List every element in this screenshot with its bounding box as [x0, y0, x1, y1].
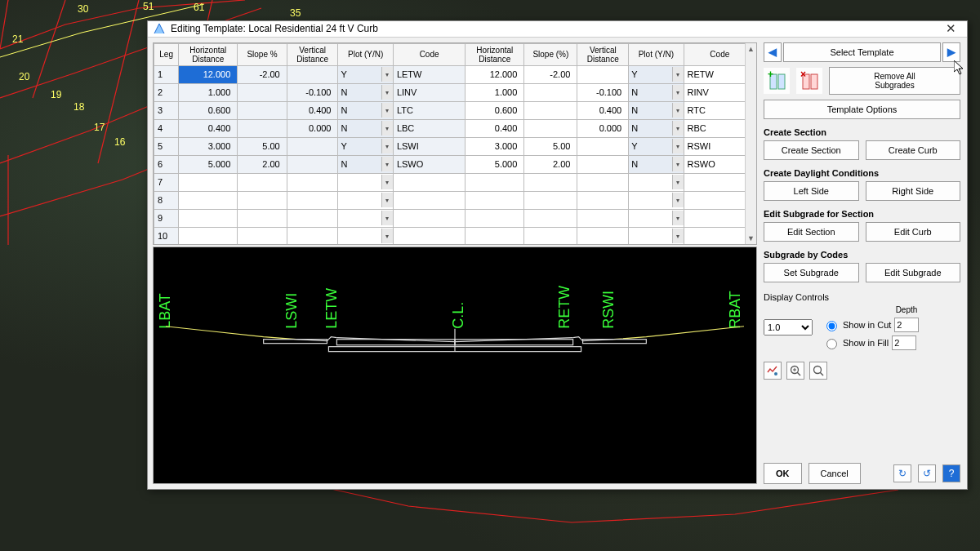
svg-rect-24: [778, 74, 785, 89]
daylight-right-button[interactable]: Right Side: [866, 181, 961, 201]
chevron-down-icon[interactable]: ▾: [381, 85, 393, 100]
table-row[interactable]: 65.000 2.00 N▾ LSWO 5.000 2.00 N▾ RSWO: [154, 155, 756, 173]
chevron-down-icon[interactable]: ▾: [672, 85, 684, 100]
col-hdist-r[interactable]: HorizontalDistance: [466, 43, 524, 65]
svg-text:RETW: RETW: [556, 286, 572, 329]
col-hdist[interactable]: HorizontalDistance: [179, 43, 238, 65]
subgrade-codes-header: Subgrade by Codes: [764, 250, 960, 260]
remove-subgrade-icon[interactable]: ×: [796, 68, 822, 94]
table-row[interactable]: 9▾ ▾: [154, 209, 756, 227]
chevron-down-icon[interactable]: ▾: [672, 229, 684, 243]
display-controls-label: Display Controls: [764, 292, 960, 302]
chevron-down-icon[interactable]: ▾: [672, 139, 684, 153]
svg-rect-17: [264, 339, 327, 343]
zoom-extents-icon[interactable]: [809, 362, 827, 380]
depth-fill-input[interactable]: [892, 335, 916, 350]
zoom-in-icon[interactable]: [786, 362, 804, 380]
chevron-down-icon[interactable]: ▾: [672, 211, 684, 225]
template-options-button[interactable]: Template Options: [764, 100, 960, 119]
col-vdist[interactable]: VerticalDistance: [287, 43, 338, 65]
col-plot-r[interactable]: Plot (Y/N): [629, 43, 684, 65]
remove-all-subgrades-button[interactable]: Remove AllSubgrades: [829, 67, 960, 95]
svg-text:RBAT: RBAT: [727, 291, 743, 329]
chevron-down-icon[interactable]: ▾: [672, 121, 684, 136]
svg-text:61: 61: [194, 2, 205, 13]
daylight-left-button[interactable]: Left Side: [764, 181, 859, 201]
prev-template-button[interactable]: ◀: [764, 42, 782, 62]
col-vdist-r[interactable]: VerticalDistance: [577, 43, 629, 65]
edit-section-button[interactable]: Edit Section: [764, 222, 859, 242]
select-template-button[interactable]: Select Template: [783, 42, 941, 62]
svg-text:LETW: LETW: [323, 288, 340, 329]
ok-button[interactable]: OK: [764, 463, 802, 484]
col-slope[interactable]: Slope %: [238, 43, 287, 65]
table-scrollbar[interactable]: [745, 43, 756, 244]
chevron-down-icon[interactable]: ▾: [672, 67, 684, 82]
side-panel: ◀ Select Template ▶ + × Remove AllSubgra…: [762, 42, 962, 484]
chevron-down-icon[interactable]: ▾: [672, 157, 684, 171]
chevron-down-icon[interactable]: ▾: [381, 229, 393, 243]
chevron-down-icon[interactable]: ▾: [381, 175, 393, 189]
svg-text:×: ×: [800, 69, 806, 80]
chevron-down-icon[interactable]: ▾: [381, 121, 393, 136]
depth-cut-input[interactable]: [894, 318, 919, 332]
chevron-down-icon[interactable]: ▾: [672, 193, 684, 207]
window-title: Editing Template: Local Residential 24 f…: [171, 23, 939, 34]
svg-text:LBAT: LBAT: [157, 293, 173, 329]
svg-text:16: 16: [114, 136, 126, 148]
next-template-button[interactable]: ▶: [942, 42, 960, 62]
table-row[interactable]: 10▾ ▾: [154, 227, 756, 245]
show-in-cut-label: Show in Cut: [843, 320, 891, 330]
svg-text:20: 20: [19, 71, 30, 82]
col-slope-r[interactable]: Slope (%): [524, 43, 577, 65]
titlebar[interactable]: Editing Template: Local Residential 24 f…: [148, 21, 967, 38]
table-row[interactable]: 112.000 -2.00 Y▾ LETW 12.000 -2.00 Y▾ RE…: [154, 65, 756, 83]
editing-template-dialog: Editing Template: Local Residential 24 f…: [147, 20, 968, 490]
table-row[interactable]: 21.000 -0.100 N▾ LINV 1.000 -0.100 N▾ RI…: [154, 83, 756, 101]
set-subgrade-button[interactable]: Set Subgrade: [764, 263, 859, 282]
chevron-down-icon[interactable]: ▾: [672, 103, 684, 118]
svg-text:35: 35: [290, 7, 301, 19]
col-code[interactable]: Code: [393, 43, 465, 65]
add-subgrade-icon[interactable]: +: [764, 68, 790, 94]
table-row[interactable]: 40.400 0.000 N▾ LBC 0.400 0.000 N▾ RBC: [154, 119, 756, 137]
show-in-fill-radio[interactable]: [826, 339, 837, 349]
close-button[interactable]: ✕: [939, 21, 962, 36]
chevron-down-icon[interactable]: ▾: [381, 103, 393, 118]
svg-text:C.L.: C.L.: [450, 302, 466, 329]
svg-point-29: [774, 372, 777, 375]
chevron-down-icon[interactable]: ▾: [381, 211, 393, 225]
show-in-fill-label: Show in Fill: [843, 338, 889, 348]
zoom-pick-icon[interactable]: [764, 362, 782, 380]
table-row[interactable]: 7▾ ▾: [154, 173, 756, 191]
cross-section-preview[interactable]: LBAT LSWI LETW C.L. RETW RSWI RBAT: [153, 247, 757, 484]
chevron-down-icon[interactable]: ▾: [381, 157, 393, 171]
depth-label: Depth: [822, 305, 919, 314]
svg-text:51: 51: [143, 1, 154, 12]
chevron-down-icon[interactable]: ▾: [381, 67, 393, 82]
edit-subgrade-button[interactable]: Edit Subgrade: [866, 263, 961, 282]
col-leg[interactable]: Leg: [154, 43, 179, 65]
show-in-cut-radio[interactable]: [826, 321, 837, 331]
table-row[interactable]: 30.600 0.400 N▾ LTC 0.600 0.400 N▾ RTC: [154, 101, 756, 119]
app-icon: [153, 22, 166, 35]
col-plot[interactable]: Plot (Y/N): [338, 43, 393, 65]
edit-curb-button[interactable]: Edit Curb: [866, 222, 961, 242]
table-row[interactable]: 8▾ ▾: [154, 191, 756, 209]
svg-line-31: [797, 372, 800, 375]
chevron-down-icon[interactable]: ▾: [381, 139, 393, 153]
scale-select[interactable]: 1.0: [764, 319, 813, 335]
redo-icon[interactable]: ↻: [893, 464, 911, 482]
help-icon[interactable]: ?: [942, 464, 960, 482]
create-curb-button[interactable]: Create Curb: [866, 140, 961, 160]
svg-rect-20: [583, 339, 647, 343]
chevron-down-icon[interactable]: ▾: [381, 193, 393, 207]
cancel-button[interactable]: Cancel: [808, 463, 861, 484]
table-row[interactable]: 53.000 5.00 Y▾ LSWI 3.000 5.00 Y▾ RSWI: [154, 137, 756, 155]
svg-line-35: [820, 372, 823, 375]
undo-icon[interactable]: ↺: [918, 464, 936, 482]
chevron-down-icon[interactable]: ▾: [672, 175, 684, 189]
svg-text:30: 30: [78, 3, 89, 15]
legs-table[interactable]: Leg HorizontalDistance Slope % VerticalD…: [153, 42, 757, 245]
create-section-button[interactable]: Create Section: [764, 140, 859, 160]
